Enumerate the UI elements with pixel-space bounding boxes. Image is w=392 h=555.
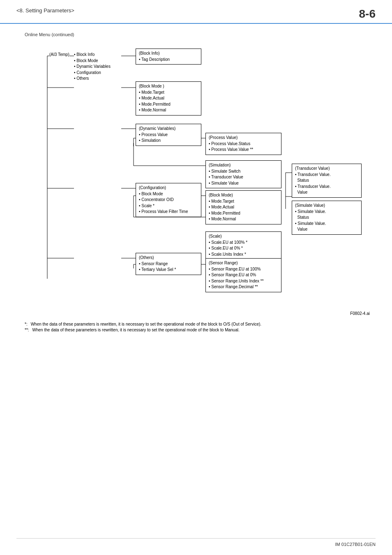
- col3-scale-item1: • Scale.EU at 100% *: [209, 240, 278, 246]
- col2-block-info-item1: • Tag Description: [139, 57, 198, 63]
- col2-config-item1: • Block Mode: [139, 191, 198, 197]
- col2-dyn-vars-item1: • Process Value: [139, 132, 198, 138]
- col3-bm-item1: • Mode.Target: [209, 199, 278, 205]
- col2-configuration: (Configuration) • Block Mode • Concentra…: [136, 183, 201, 217]
- footnote-2-mark: **:: [25, 328, 29, 332]
- col3-bm-label: (Block Mode): [209, 192, 278, 199]
- col2-block-info: (Block Info) • Tag Description: [136, 49, 201, 65]
- col4-simulate-value: (Simulate Value) • Simulate Value. Statu…: [292, 201, 362, 235]
- col3-sr-item1: • Sensor Range.EU at 100%: [209, 266, 278, 273]
- footnote-2: **: When the data of these parameters is…: [25, 328, 376, 332]
- col2-config-item4: • Process Value Filter Time: [139, 209, 198, 215]
- footnote-1-text: When the data of these parameters is rew…: [31, 322, 261, 326]
- col3-bm-item4: • Mode.Normal: [209, 216, 278, 222]
- col3-scale-item2: • Scale.EU at 0% *: [209, 245, 278, 252]
- section-title: Online Menu (continued): [25, 32, 376, 37]
- col3-sr-item2: • Sensor Range.EU at 0%: [209, 272, 278, 278]
- col4-sv-item1: • Simulate Value. Status: [295, 209, 358, 221]
- col3-bm-item3: • Mode.Permitted: [209, 210, 278, 217]
- col3-sim-item2: • Transducer Value: [209, 174, 278, 180]
- col4-tv-item1: • Transducer Value. Status: [295, 172, 358, 184]
- col4-sv-label: (Simulate Value): [295, 203, 358, 209]
- page-number: 8-6: [359, 7, 376, 21]
- col2-others-label: (Others): [139, 255, 198, 261]
- col2-block-mode-label: (Block Mode ): [139, 83, 198, 90]
- col2-block-mode-item2: • Mode.Actual: [139, 95, 198, 102]
- col2-config-item3: • Scale *: [139, 203, 198, 209]
- l1-label-dyn-vars: • Dynamic Variables: [74, 64, 119, 70]
- col3-sr-item3: • Sensor Range.Units Index **: [209, 278, 278, 284]
- footnote-area: *: When the data of these parameters is …: [25, 322, 376, 332]
- footnote-1-mark: *:: [25, 322, 28, 326]
- l1-label-block-info: • Block Info: [74, 52, 119, 58]
- l1-list: • Block Info • Block Mode • Dynamic Vari…: [74, 52, 119, 82]
- col2-others-item1: • Sensor Range: [139, 261, 198, 267]
- col3-block-mode-config: (Block Mode) • Mode.Target • Mode.Actual…: [205, 190, 281, 224]
- figure-label: F0802-4.ai: [350, 311, 370, 316]
- col3-pv-item1: • Process Value.Status: [209, 141, 278, 147]
- col2-block-mode: (Block Mode ) • Mode.Target • Mode.Actua…: [136, 81, 201, 116]
- footnote-2-text: When the data of these parameters is rew…: [32, 328, 240, 332]
- col3-pv-label: (Process Value): [209, 135, 278, 141]
- col3-scale-label: (Scale): [209, 234, 278, 240]
- col3-sensor-range: (Sensor Range) • Sensor Range.EU at 100%…: [205, 258, 281, 292]
- col2-dyn-vars-label: (Dynamic Variables): [139, 126, 198, 132]
- col2-block-mode-item1: • Mode.Target: [139, 90, 198, 96]
- col3-scale-item3: • Scale.Units Index *: [209, 252, 278, 258]
- col4-tv-label: (Transducer Value): [295, 166, 358, 172]
- col3-sr-item4: • Sensor Range.Decimal **: [209, 284, 278, 290]
- page-footer: IM 01C27B01-01EN: [335, 542, 376, 547]
- root-label: (AI3 Temp): [49, 52, 69, 58]
- col2-config-label: (Configuration): [139, 185, 198, 191]
- col2-dyn-vars-item2: • Simulation: [139, 138, 198, 144]
- l1-label-others: • Others: [74, 76, 119, 82]
- page-content: Online Menu (continued): [0, 24, 392, 342]
- col2-dyn-vars: (Dynamic Variables) • Process Value • Si…: [136, 124, 201, 146]
- col3-bm-item2: • Mode.Actual: [209, 204, 278, 210]
- col4-sv-item2: • Simulate Value. Value: [295, 221, 358, 233]
- col2-block-mode-item3: • Mode.Permitted: [139, 102, 198, 108]
- col3-sim-item1: • Simulate Switch: [209, 169, 278, 175]
- col3-process-value: (Process Value) • Process Value.Status •…: [205, 133, 281, 155]
- col3-sr-label: (Sensor Range): [209, 260, 278, 266]
- footnote-1: *: When the data of these parameters is …: [25, 322, 376, 326]
- col4-transducer-value: (Transducer Value) • Transducer Value. S…: [292, 164, 362, 198]
- page-header: <8. Setting Parameters> 8-6: [0, 0, 392, 24]
- col2-block-info-label: (Block Info): [139, 51, 198, 57]
- l1-label-block-mode: • Block Mode: [74, 58, 119, 64]
- col3-sim-label: (Simulation): [209, 162, 278, 169]
- col2-others: (Others) • Sensor Range • Tertiary Value…: [136, 253, 201, 275]
- col3-sim-item3: • Simulate Value: [209, 180, 278, 187]
- bottom-line: [16, 538, 376, 539]
- col2-block-mode-item4: • Mode.Normal: [139, 107, 198, 113]
- col3-simulation: (Simulation) • Simulate Switch • Transdu…: [205, 160, 281, 188]
- diagram-wrapper: (AI3 Temp) • Block Info • Block Mode • D…: [25, 44, 370, 316]
- col4-tv-item2: • Transducer Value. Value: [295, 184, 358, 196]
- col3-pv-item2: • Process Value.Value **: [209, 147, 278, 153]
- l1-label-config: • Configuration: [74, 70, 119, 76]
- col2-others-item2: • Tertiary Value Sel *: [139, 267, 198, 273]
- col2-config-item2: • Concentrator OID: [139, 197, 198, 203]
- header-title: <8. Setting Parameters>: [16, 7, 74, 14]
